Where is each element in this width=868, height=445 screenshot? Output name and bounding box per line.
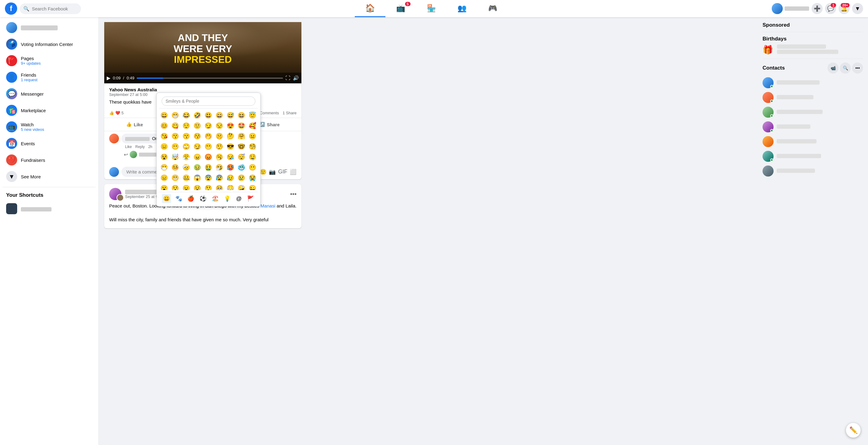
emoji-cell[interactable]: 🥺 [214,183,224,190]
nav-gaming[interactable]: 🎮 [477,0,508,17]
nav-home[interactable]: 🏠 [355,0,385,17]
emoji-cell[interactable]: 🤥 [214,141,224,151]
like-button[interactable]: 👍 Like [121,119,148,130]
contact-item-1[interactable] [763,76,863,90]
emoji-cell[interactable]: 🥰 [247,121,257,131]
emoji-cell[interactable]: 😠 [192,152,202,162]
contact-item-2[interactable] [763,91,863,104]
emoji-cell[interactable]: 🤯 [170,152,180,162]
volume-icon[interactable]: 🔊 [293,75,299,81]
emoji-cell[interactable]: 😢 [237,173,246,183]
emoji-cell[interactable]: 🤮 [203,162,213,172]
emoji-cell[interactable]: 😍 [225,121,235,131]
sidebar-item-events[interactable]: 📅 Events [2,135,96,151]
emoji-cat-symbols[interactable]: @ [235,194,243,203]
emoji-cell[interactable]: 😨 [203,173,213,183]
emoji-cat-flags[interactable]: 🚩 [246,194,255,203]
emoji-cell[interactable]: 😀 [159,110,169,120]
sidebar-item-pages[interactable]: 🚩 Pages 9+ updates [2,53,96,69]
sidebar-item-fundraisers[interactable]: ❤️ Fundraisers [2,152,96,168]
emoji-cell[interactable]: 😗 [170,131,180,141]
sidebar-item-marketplace[interactable]: 🛍️ Marketplace [2,102,96,118]
emoji-cell[interactable]: 😑 [159,141,169,151]
emoji-cell[interactable]: 😌 [181,121,191,131]
emoji-cell[interactable]: 😴 [237,152,246,162]
add-button[interactable]: ➕ [812,3,823,14]
emoji-cell[interactable]: 😳 [225,183,235,190]
search-input[interactable] [32,6,77,11]
sidebar-item-messenger[interactable]: 💬 Messenger [2,86,96,102]
contact-item-6[interactable] [763,150,863,163]
sticker-icon[interactable]: ⬜ [290,168,297,175]
video-thumbnail[interactable]: AND THEY WERE VERY IMPRESSED ▶ 0:09 / 0:… [104,22,301,83]
emoji-cell[interactable]: 😆 [237,110,246,120]
comment-like-btn[interactable]: Like [125,145,132,149]
emoji-cell[interactable]: 😙 [181,131,191,141]
emoji-cell[interactable]: 😑 [159,173,169,183]
sidebar-profile[interactable] [2,20,96,36]
emoji-cell[interactable]: 🤩 [237,121,246,131]
contacts-video-btn[interactable]: 📹 [828,63,839,73]
emoji-cell[interactable]: 😊 [159,121,169,131]
emoji-cell[interactable]: 😤 [181,152,191,162]
messenger-button[interactable]: 💬 1 [825,3,836,14]
emoji-cell[interactable]: 😐 [247,131,257,141]
emoji-cell[interactable]: 🙂 [192,121,202,131]
emoji-cell[interactable]: 😡 [203,152,213,162]
emoji-cell[interactable]: 😇 [247,110,257,120]
shortcut-item[interactable] [2,201,96,217]
emoji-cell[interactable]: 😷 [159,162,169,172]
compose-button[interactable]: ✏️ [846,423,861,438]
nav-groups[interactable]: 👥 [447,0,477,17]
emoji-cell[interactable]: 😰 [214,173,224,183]
emoji-cat-animals[interactable]: 🐾 [174,194,183,203]
emoji-cell[interactable]: 😦 [181,183,191,190]
emoji-cell[interactable]: 😎 [225,141,235,151]
emoji-cell[interactable]: 😚 [192,131,202,141]
user-avatar[interactable] [772,3,783,14]
emoji-cell[interactable]: 😶 [247,162,257,172]
emoji-cell[interactable]: 🥵 [225,162,235,172]
emoji-cell[interactable]: 😏 [192,141,202,151]
post2-link[interactable]: Manasi [260,203,275,209]
emoji-cell[interactable]: 😄 [214,110,224,120]
emoji-cell[interactable]: 😅 [225,110,235,120]
emoji-cell[interactable]: 😮 [159,183,169,190]
emoji-cell[interactable]: 😬 [170,173,180,183]
contact-item-3[interactable] [763,105,863,119]
emoji-cell[interactable]: 🤔 [225,131,235,141]
emoji-cell[interactable]: 😘 [159,131,169,141]
fullscreen-icon[interactable]: ⛶ [285,75,290,81]
comment-reply-btn[interactable]: Reply [135,145,145,149]
emoji-cell[interactable]: 😲 [203,183,213,190]
emoji-cell[interactable]: 🥱 [214,152,224,162]
gif-icon[interactable]: GIF [278,168,287,175]
emoji-cell[interactable]: 🤕 [181,162,191,172]
emoji-cell[interactable]: 🤒 [170,162,180,172]
emoji-cell[interactable]: 🤪 [237,183,246,190]
contact-item-5[interactable] [763,135,863,148]
emoji-cell[interactable]: 😶 [170,141,180,151]
contacts-search-btn[interactable]: 🔍 [840,63,851,73]
post2-more-btn[interactable]: ••• [290,191,297,198]
emoji-cell[interactable]: 😁 [170,110,180,120]
contact-item-7[interactable] [763,164,863,178]
emoji-cell[interactable]: 🤣 [192,110,202,120]
emoji-cell[interactable]: 😜 [247,183,257,190]
emoji-cell[interactable]: 🤓 [237,141,246,151]
search-bar[interactable]: 🔍 [20,3,81,14]
emoji-cell[interactable]: 😱 [192,173,202,183]
video-progress-bar[interactable] [137,77,283,79]
emoji-cell[interactable]: 🤗 [237,131,246,141]
sidebar-item-see-more[interactable]: ▼ See More [2,168,96,185]
emoji-input-icon[interactable]: 🙂 [260,168,267,175]
emoji-cat-travel[interactable]: 🏖️ [211,194,220,203]
emoji-cat-objects[interactable]: 💡 [223,194,232,203]
notifications-button[interactable]: 🔔 20+ [839,3,849,14]
emoji-search-input[interactable] [162,97,255,106]
emoji-cell[interactable]: 🤫 [214,131,224,141]
emoji-cat-smileys[interactable]: 😀 [162,194,171,203]
emoji-cell[interactable]: 🧐 [247,141,257,151]
play-icon[interactable]: ▶ [107,75,111,81]
emoji-cell[interactable]: 🤤 [247,152,257,162]
